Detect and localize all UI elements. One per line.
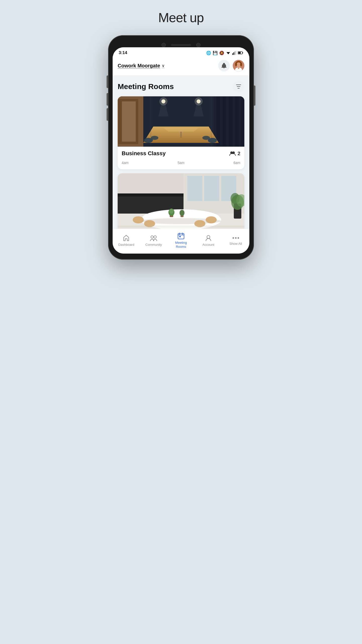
nav-item-meeting-rooms[interactable]: MeetingRooms — [171, 232, 191, 249]
nav-item-show-all[interactable]: Show All — [226, 235, 246, 246]
camera-2 — [196, 43, 201, 47]
status-bar: 3:14 🌐 💾 🔕 — [113, 47, 249, 57]
svg-rect-73 — [178, 233, 184, 239]
svg-point-37 — [151, 136, 158, 140]
more-icon — [232, 235, 239, 240]
svg-point-72 — [154, 236, 156, 238]
calendar-icon — [177, 232, 185, 239]
svg-rect-40 — [180, 132, 182, 138]
time-label-6am-1: 6am — [234, 161, 240, 165]
bottom-nav: Dashboard Community — [113, 229, 249, 254]
svg-point-13 — [240, 62, 242, 66]
svg-point-81 — [238, 237, 239, 239]
svg-point-39 — [202, 136, 210, 140]
svg-rect-8 — [238, 52, 241, 54]
speaker — [171, 44, 191, 46]
svg-point-68 — [179, 210, 185, 216]
signal-icon — [232, 51, 236, 55]
app-title: Meet up — [158, 10, 204, 25]
account-icon — [205, 234, 212, 242]
top-bar: Cowork Moorgate ∨ — [113, 57, 249, 76]
room-info-1: Business Classy 2 4am 5am — [118, 147, 244, 169]
phone-screen: 3:14 🌐 💾 🔕 — [113, 47, 249, 254]
svg-rect-21 — [216, 96, 220, 147]
svg-rect-51 — [204, 176, 219, 201]
top-bar-actions — [218, 60, 244, 71]
svg-rect-25 — [241, 96, 244, 147]
svg-point-62 — [206, 216, 217, 223]
notification-button[interactable] — [218, 60, 230, 71]
nav-item-community[interactable]: Community — [144, 234, 164, 247]
time-label-4am-1: 4am — [122, 161, 128, 165]
home-icon — [123, 234, 130, 242]
room-card-2[interactable] — [118, 173, 244, 229]
community-icon — [150, 234, 158, 242]
svg-rect-24 — [235, 96, 239, 147]
wifi-icon — [226, 51, 231, 55]
svg-point-60 — [133, 216, 144, 223]
capacity-count-1: 2 — [238, 151, 240, 156]
svg-rect-48 — [118, 193, 184, 196]
nav-item-account[interactable]: Account — [198, 234, 218, 247]
main-content: Meeting Rooms — [113, 76, 249, 229]
section-header: Meeting Rooms — [118, 81, 244, 92]
nav-label-dashboard: Dashboard — [118, 243, 134, 247]
user-avatar — [233, 60, 244, 71]
svg-rect-3 — [234, 52, 234, 55]
svg-point-71 — [151, 236, 153, 238]
room-image-2 — [118, 173, 244, 229]
location-name: Cowork Moorgate — [118, 63, 160, 69]
svg-rect-2 — [232, 53, 233, 55]
capacity-icon-1 — [229, 151, 236, 156]
svg-rect-7 — [243, 52, 243, 53]
nav-label-account: Account — [202, 243, 214, 247]
svg-rect-5 — [236, 51, 237, 55]
room-svg-2 — [118, 173, 244, 229]
time-label-5am-1: 5am — [177, 161, 184, 165]
filter-button[interactable] — [233, 81, 244, 92]
user-avatar-button[interactable] — [233, 60, 244, 71]
svg-point-79 — [233, 237, 234, 239]
room-image-1 — [118, 96, 244, 147]
chevron-down-icon: ∨ — [162, 63, 165, 68]
room-svg-1 — [118, 96, 244, 147]
section-title: Meeting Rooms — [118, 82, 174, 91]
room-name-1: Business Classy — [122, 150, 166, 157]
capacity-1: 2 — [229, 151, 240, 156]
room-name-row-1: Business Classy 2 — [122, 150, 240, 157]
bell-icon — [221, 63, 227, 69]
svg-point-78 — [207, 235, 210, 238]
svg-point-12 — [235, 62, 237, 66]
location-selector[interactable]: Cowork Moorgate ∨ — [118, 63, 165, 69]
status-time: 3:14 — [119, 50, 127, 55]
room-card-1[interactable]: Business Classy 2 4am 5am — [118, 96, 244, 169]
svg-rect-23 — [229, 96, 233, 147]
phone-frame: 3:14 🌐 💾 🔕 — [108, 35, 254, 260]
time-bar-1: 4am 5am 6am — [122, 160, 240, 167]
nav-label-community: Community — [145, 243, 162, 247]
svg-rect-50 — [187, 176, 202, 201]
nav-item-dashboard[interactable]: Dashboard — [116, 234, 136, 247]
nav-label-meeting-rooms: MeetingRooms — [175, 241, 187, 249]
svg-rect-15 — [238, 67, 239, 69]
svg-point-66 — [169, 209, 174, 214]
avatar-svg — [233, 60, 244, 71]
svg-rect-22 — [222, 96, 226, 147]
svg-rect-4 — [235, 51, 235, 55]
svg-marker-35 — [163, 128, 199, 132]
filter-icon — [236, 84, 241, 89]
status-icons: 🌐 💾 🔕 — [206, 51, 243, 55]
camera-area — [113, 41, 249, 47]
svg-rect-77 — [179, 236, 181, 237]
svg-rect-19 — [122, 101, 136, 142]
nav-label-show-all: Show All — [230, 242, 242, 246]
battery-icon — [238, 51, 243, 54]
front-camera — [161, 43, 166, 47]
svg-point-80 — [235, 237, 237, 239]
